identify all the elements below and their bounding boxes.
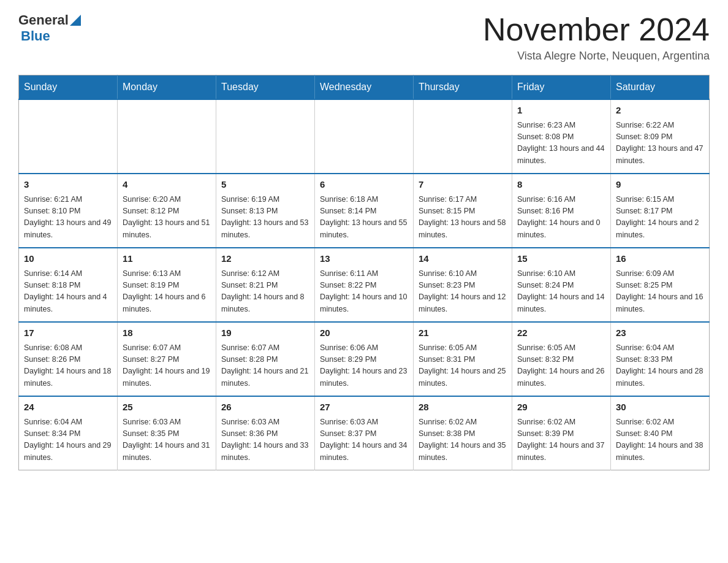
title-area: November 2024 Vista Alegre Norte, Neuque… xyxy=(483,12,710,63)
day-info: Sunrise: 6:12 AMSunset: 8:21 PMDaylight:… xyxy=(221,268,309,316)
day-info: Sunrise: 6:17 AMSunset: 8:15 PMDaylight:… xyxy=(419,194,507,242)
logo-general-text: General xyxy=(18,12,69,28)
calendar-cell: 19Sunrise: 6:07 AMSunset: 8:28 PMDayligh… xyxy=(216,322,315,396)
calendar-week-row: 17Sunrise: 6:08 AMSunset: 8:26 PMDayligh… xyxy=(19,322,710,396)
calendar-week-row: 1Sunrise: 6:23 AMSunset: 8:08 PMDaylight… xyxy=(19,99,710,174)
day-info: Sunrise: 6:05 AMSunset: 8:32 PMDaylight:… xyxy=(517,342,605,390)
calendar-cell: 11Sunrise: 6:13 AMSunset: 8:19 PMDayligh… xyxy=(118,248,216,322)
day-number: 29 xyxy=(517,400,605,415)
day-info: Sunrise: 6:07 AMSunset: 8:28 PMDaylight:… xyxy=(221,342,309,390)
calendar-cell: 26Sunrise: 6:03 AMSunset: 8:36 PMDayligh… xyxy=(216,396,315,470)
calendar-cell: 7Sunrise: 6:17 AMSunset: 8:15 PMDaylight… xyxy=(414,174,512,248)
calendar-cell: 5Sunrise: 6:19 AMSunset: 8:13 PMDaylight… xyxy=(216,174,315,248)
calendar-cell: 2Sunrise: 6:22 AMSunset: 8:09 PMDaylight… xyxy=(611,99,710,174)
logo: General Blue xyxy=(18,12,81,44)
weekday-header-monday: Monday xyxy=(118,75,216,100)
calendar-cell xyxy=(414,99,512,174)
day-number: 26 xyxy=(221,400,309,415)
calendar-cell: 24Sunrise: 6:04 AMSunset: 8:34 PMDayligh… xyxy=(19,396,118,470)
calendar-cell xyxy=(19,99,118,174)
day-info: Sunrise: 6:04 AMSunset: 8:33 PMDaylight:… xyxy=(616,342,704,390)
day-info: Sunrise: 6:06 AMSunset: 8:29 PMDaylight:… xyxy=(320,342,408,390)
day-number: 30 xyxy=(616,400,704,415)
day-info: Sunrise: 6:19 AMSunset: 8:13 PMDaylight:… xyxy=(221,194,309,242)
day-number: 1 xyxy=(517,104,605,118)
day-info: Sunrise: 6:16 AMSunset: 8:16 PMDaylight:… xyxy=(517,194,605,242)
calendar-cell: 4Sunrise: 6:20 AMSunset: 8:12 PMDaylight… xyxy=(118,174,216,248)
day-info: Sunrise: 6:13 AMSunset: 8:19 PMDaylight:… xyxy=(123,268,211,316)
calendar-cell: 25Sunrise: 6:03 AMSunset: 8:35 PMDayligh… xyxy=(118,396,216,470)
calendar-cell xyxy=(315,99,414,174)
weekday-header-friday: Friday xyxy=(512,75,611,100)
day-info: Sunrise: 6:04 AMSunset: 8:34 PMDaylight:… xyxy=(24,416,112,464)
weekday-header-sunday: Sunday xyxy=(19,75,118,100)
calendar-cell: 6Sunrise: 6:18 AMSunset: 8:14 PMDaylight… xyxy=(315,174,414,248)
calendar-cell: 9Sunrise: 6:15 AMSunset: 8:17 PMDaylight… xyxy=(611,174,710,248)
day-number: 6 xyxy=(320,178,408,192)
day-info: Sunrise: 6:23 AMSunset: 8:08 PMDaylight:… xyxy=(517,120,605,167)
calendar-cell: 12Sunrise: 6:12 AMSunset: 8:21 PMDayligh… xyxy=(216,248,315,322)
day-number: 2 xyxy=(616,104,704,118)
day-info: Sunrise: 6:21 AMSunset: 8:10 PMDaylight:… xyxy=(24,194,112,242)
calendar-cell: 16Sunrise: 6:09 AMSunset: 8:25 PMDayligh… xyxy=(611,248,710,322)
calendar-cell: 14Sunrise: 6:10 AMSunset: 8:23 PMDayligh… xyxy=(414,248,512,322)
day-number: 14 xyxy=(419,252,507,266)
day-info: Sunrise: 6:08 AMSunset: 8:26 PMDaylight:… xyxy=(24,342,112,390)
day-info: Sunrise: 6:02 AMSunset: 8:38 PMDaylight:… xyxy=(419,416,507,464)
day-number: 27 xyxy=(320,400,408,415)
day-number: 22 xyxy=(517,326,605,340)
day-info: Sunrise: 6:05 AMSunset: 8:31 PMDaylight:… xyxy=(419,342,507,390)
day-number: 17 xyxy=(24,326,112,340)
calendar-cell: 17Sunrise: 6:08 AMSunset: 8:26 PMDayligh… xyxy=(19,322,118,396)
day-number: 12 xyxy=(221,252,309,266)
day-info: Sunrise: 6:03 AMSunset: 8:36 PMDaylight:… xyxy=(221,416,309,464)
weekday-header-thursday: Thursday xyxy=(414,75,512,100)
day-info: Sunrise: 6:02 AMSunset: 8:39 PMDaylight:… xyxy=(517,416,605,464)
day-number: 5 xyxy=(221,178,309,192)
calendar-cell: 18Sunrise: 6:07 AMSunset: 8:27 PMDayligh… xyxy=(118,322,216,396)
location-subtitle: Vista Alegre Norte, Neuquen, Argentina xyxy=(483,50,710,63)
day-number: 25 xyxy=(123,400,211,415)
day-info: Sunrise: 6:09 AMSunset: 8:25 PMDaylight:… xyxy=(616,268,704,316)
day-number: 13 xyxy=(320,252,408,266)
day-number: 10 xyxy=(24,252,112,266)
day-info: Sunrise: 6:03 AMSunset: 8:37 PMDaylight:… xyxy=(320,416,408,464)
logo-blue-text: Blue xyxy=(21,28,50,44)
weekday-header-tuesday: Tuesday xyxy=(216,75,315,100)
day-info: Sunrise: 6:10 AMSunset: 8:24 PMDaylight:… xyxy=(517,268,605,316)
calendar-week-row: 24Sunrise: 6:04 AMSunset: 8:34 PMDayligh… xyxy=(19,396,710,470)
day-number: 23 xyxy=(616,326,704,340)
day-info: Sunrise: 6:18 AMSunset: 8:14 PMDaylight:… xyxy=(320,194,408,242)
day-number: 20 xyxy=(320,326,408,340)
day-number: 3 xyxy=(24,178,112,192)
logo-triangle-icon xyxy=(70,15,81,26)
calendar-cell: 21Sunrise: 6:05 AMSunset: 8:31 PMDayligh… xyxy=(414,322,512,396)
day-number: 15 xyxy=(517,252,605,266)
day-info: Sunrise: 6:07 AMSunset: 8:27 PMDaylight:… xyxy=(123,342,211,390)
day-number: 18 xyxy=(123,326,211,340)
day-number: 28 xyxy=(419,400,507,415)
page-header: General Blue November 2024 Vista Alegre … xyxy=(18,12,710,63)
calendar-cell: 15Sunrise: 6:10 AMSunset: 8:24 PMDayligh… xyxy=(512,248,611,322)
calendar-cell: 20Sunrise: 6:06 AMSunset: 8:29 PMDayligh… xyxy=(315,322,414,396)
calendar-cell: 3Sunrise: 6:21 AMSunset: 8:10 PMDaylight… xyxy=(19,174,118,248)
day-info: Sunrise: 6:10 AMSunset: 8:23 PMDaylight:… xyxy=(419,268,507,316)
day-number: 21 xyxy=(419,326,507,340)
day-number: 19 xyxy=(221,326,309,340)
day-number: 11 xyxy=(123,252,211,266)
day-number: 9 xyxy=(616,178,704,192)
calendar-header-row: SundayMondayTuesdayWednesdayThursdayFrid… xyxy=(19,75,710,100)
calendar-week-row: 3Sunrise: 6:21 AMSunset: 8:10 PMDaylight… xyxy=(19,174,710,248)
weekday-header-saturday: Saturday xyxy=(611,75,710,100)
calendar-cell: 29Sunrise: 6:02 AMSunset: 8:39 PMDayligh… xyxy=(512,396,611,470)
calendar-cell xyxy=(216,99,315,174)
calendar-cell: 22Sunrise: 6:05 AMSunset: 8:32 PMDayligh… xyxy=(512,322,611,396)
calendar-cell: 13Sunrise: 6:11 AMSunset: 8:22 PMDayligh… xyxy=(315,248,414,322)
calendar-cell: 23Sunrise: 6:04 AMSunset: 8:33 PMDayligh… xyxy=(611,322,710,396)
calendar-cell: 8Sunrise: 6:16 AMSunset: 8:16 PMDaylight… xyxy=(512,174,611,248)
month-title: November 2024 xyxy=(483,12,710,47)
calendar-cell: 28Sunrise: 6:02 AMSunset: 8:38 PMDayligh… xyxy=(414,396,512,470)
calendar-cell: 27Sunrise: 6:03 AMSunset: 8:37 PMDayligh… xyxy=(315,396,414,470)
day-info: Sunrise: 6:20 AMSunset: 8:12 PMDaylight:… xyxy=(123,194,211,242)
calendar-cell: 30Sunrise: 6:02 AMSunset: 8:40 PMDayligh… xyxy=(611,396,710,470)
